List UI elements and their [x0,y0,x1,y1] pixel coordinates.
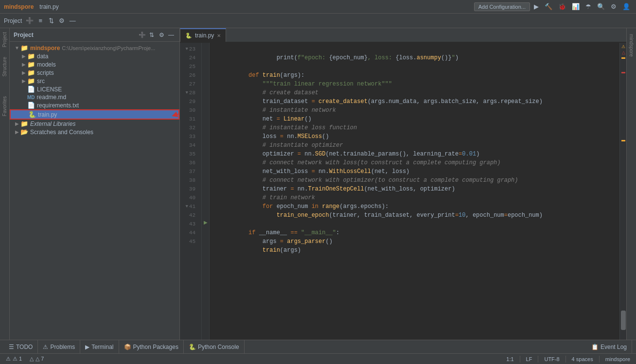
titlebar-actions: Add Configuration... ▶ 🔨 🐞 📊 ☂ 🔍 ⚙ 👤 [474,2,632,11]
gutter-45 [202,235,209,244]
models-folder-icon: 📁 [27,61,35,68]
tree-item-scripts[interactable]: ▶ 📁 scripts [10,69,179,77]
gutter-34 [202,139,209,148]
fold-icon-23[interactable]: ▼ [185,45,188,53]
code-line-23: print(f"epoch: {epoch_num}, loss: {loss.… [213,45,616,53]
warning-icon: ⚠ [6,356,11,362]
tab-python-console[interactable]: 🐍 Python Console [184,340,245,354]
gutter-26 [202,69,209,78]
settings-toolbar-icon[interactable]: ⚙ [57,16,67,26]
gutter-27 [202,78,209,87]
fold-icon-41[interactable]: ▼ [185,202,188,211]
debug-button[interactable]: 🐞 [556,2,568,11]
status-warnings[interactable]: ⚠ ⚠ 1 [4,354,24,364]
tab-close-button[interactable]: ✕ [217,33,221,38]
gutter-43[interactable]: ▶ [202,218,209,226]
run-button[interactable]: ▶ [532,2,541,11]
tree-item-train[interactable]: 🐍 train.py [10,109,179,120]
src-expand-arrow[interactable]: ▶ [20,78,27,84]
tree-item-requirements[interactable]: 📄 requirements.txt [10,101,179,109]
project-strip-label[interactable]: Project [2,32,7,47]
panel-collapse-icon[interactable]: ⇅ [147,31,156,39]
line-num-44: 44 [180,228,198,237]
todo-label: TODO [16,344,33,350]
tree-item-models[interactable]: ▶ 📁 models [10,60,179,69]
profile-button[interactable]: 📊 [570,2,582,11]
list-toolbar-icon[interactable]: ≡ [35,16,45,26]
line-num-36: 36 [180,158,198,167]
root-expand-arrow[interactable]: ▼ [14,45,20,51]
tree-root-item[interactable]: ▼ 📁 mindspore C:\Users\peixianzhong\Pych… [10,44,179,52]
panel-settings-icon[interactable]: ⚙ [157,31,166,39]
project-label: Project [4,17,22,24]
root-path: C:\Users\peixianzhong\PycharmProje... [62,45,155,51]
external-expand-arrow[interactable]: ▶ [14,121,20,126]
tab-problems[interactable]: ⚠ Problems [38,340,80,354]
tab-terminal[interactable]: ▶ Terminal [80,340,119,354]
coverage-button[interactable]: ☂ [583,2,593,11]
tree-item-data[interactable]: ▶ 📁 data [10,52,179,60]
line-num-31: 31 [180,115,198,123]
gutter-41 [202,200,209,209]
scripts-name: scripts [37,69,54,76]
warning-count: ⚠ [620,44,626,50]
models-expand-arrow[interactable]: ▶ [20,62,27,67]
scripts-expand-arrow[interactable]: ▶ [20,70,27,75]
tree-item-license[interactable]: 📄 LICENSE [10,85,179,93]
tab-event-log[interactable]: 📋 Event Log [586,340,632,354]
status-position[interactable]: 1:1 [504,356,515,362]
root-folder-icon: 📁 [20,44,28,52]
user-icon[interactable]: 👤 [620,2,632,11]
line-num-29: 29 [180,97,198,106]
settings-icon[interactable]: ⚙ [609,2,618,11]
tree-item-external[interactable]: ▶ 📁 External Libraries [10,120,179,128]
scroll-thumb[interactable] [621,311,626,330]
line-num-37: 37 [180,167,198,176]
line-numbers: ▼ 23 24 25 26 27 ▼ 28 29 30 31 32 33 34 … [180,43,202,340]
status-sep-3 [565,356,566,363]
mindspore-strip-label[interactable]: mindspore [629,34,634,57]
tree-item-src[interactable]: ▶ 📁 src [10,77,179,85]
sort-toolbar-icon[interactable]: ⇅ [46,16,56,26]
left-sidebar-strip: Project Structure Favorites [0,28,10,340]
gutter-40 [202,191,209,200]
code-line-25: def train(args): [213,62,616,71]
scratches-name: Scratches and Consoles [30,129,93,136]
status-line-ending[interactable]: LF [524,356,534,362]
line-num-35: 35 [180,150,198,158]
search-icon[interactable]: 🔍 [595,2,607,11]
tab-train-py[interactable]: 🐍 train.py ✕ [180,28,226,42]
line-num-30: 30 [180,106,198,115]
status-bar: ⚠ ⚠ 1 △ △ 7 1:1 LF UTF-8 4 spaces mindsp… [0,353,636,364]
panel-minimize-icon[interactable]: — [167,31,176,39]
minimize-toolbar-icon[interactable]: — [68,16,77,26]
status-encoding[interactable]: UTF-8 [542,356,561,362]
gutter-23 [202,43,209,52]
line-ending-text: LF [526,356,532,362]
project-toolbar-group: Project ➕ ≡ ⇅ ⚙ — [4,16,77,26]
train-file-icon: 🐍 [28,111,36,118]
code-content[interactable]: print(f"epoch: {epoch_num}, loss: {loss.… [210,43,619,340]
status-sep-2 [538,356,538,363]
todo-icon: ☰ [9,344,14,350]
structure-strip-label[interactable]: Structure [2,57,7,77]
add-toolbar-icon[interactable]: ➕ [25,16,35,26]
data-expand-arrow[interactable]: ▶ [20,53,27,59]
status-indent[interactable]: 4 spaces [570,356,595,362]
tab-python-packages[interactable]: 📦 Python Packages [119,340,184,354]
favorites-strip-label[interactable]: Favorites [2,96,7,116]
tree-item-readme[interactable]: MD readme.md [10,93,179,101]
scratches-expand-arrow[interactable]: ▶ [14,129,20,135]
line-num-39: 39 [180,185,198,193]
build-button[interactable]: 🔨 [543,2,554,11]
gutter-35 [202,148,209,156]
tab-file-icon: 🐍 [185,33,192,39]
fold-icon-28[interactable]: ▼ [185,88,188,97]
line-num-45: 45 [180,237,198,246]
status-interpreter[interactable]: mindspore [603,356,632,362]
add-configuration-button[interactable]: Add Configuration... [474,2,530,11]
status-errors[interactable]: △ △ 7 [28,354,46,364]
panel-add-icon[interactable]: ➕ [138,31,146,39]
tab-todo[interactable]: ☰ TODO [4,340,38,354]
tree-item-scratches[interactable]: ▶ 📂 Scratches and Consoles [10,128,179,136]
